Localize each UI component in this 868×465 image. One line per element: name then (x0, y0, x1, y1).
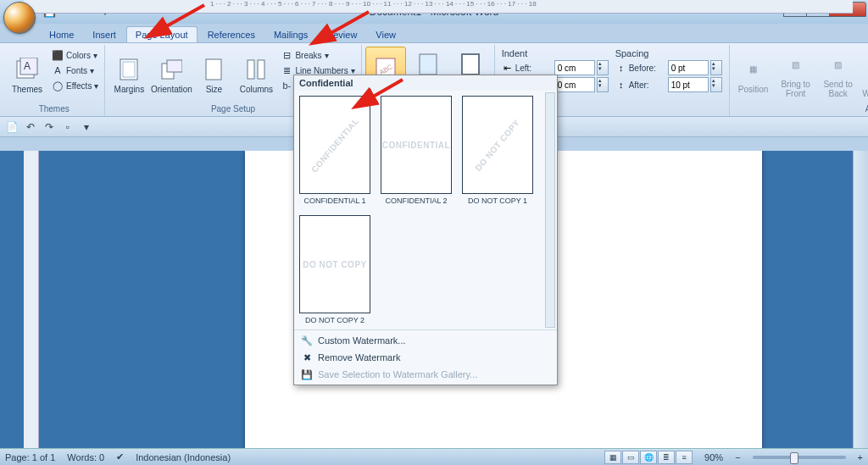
indent-left-icon: ⇤ (502, 62, 514, 74)
send-back-icon: ▨ (825, 51, 852, 78)
text-wrapping-button[interactable]: ▤Text Wrapping (860, 47, 868, 102)
colors-icon: ⬛ (52, 49, 64, 61)
line-numbers-icon: ≣ (281, 64, 292, 76)
status-zoom[interactable]: 90% (704, 452, 723, 462)
status-language[interactable]: Indonesian (Indonesia) (136, 452, 231, 462)
group-themes: A Themes ⬛Colors ▾ AFonts ▾ ◯Effects ▾ T… (3, 45, 105, 116)
preset-confidential-1[interactable]: CONFIDENTIAL CONFIDENTIAL 1 (299, 96, 370, 205)
position-icon: ▦ (740, 56, 767, 83)
group-arrange: ▦Position ▧Bring to Front ▨Send to Back … (730, 45, 868, 116)
svg-line-15 (326, 12, 369, 36)
remove-watermark-menu[interactable]: ✖Remove Watermark (294, 349, 557, 366)
vertical-scrollbar[interactable] (853, 151, 868, 448)
bring-to-front-button[interactable]: ▧Bring to Front (776, 47, 816, 102)
sec-redo-icon[interactable]: ↷ (42, 120, 56, 134)
view-full-screen[interactable]: ▭ (622, 451, 639, 464)
view-web-layout[interactable]: 🌐 (640, 451, 657, 464)
svg-rect-9 (258, 60, 264, 79)
effects-icon: ◯ (52, 80, 64, 91)
preset-do-not-copy-1[interactable]: DO NOT COPY DO NOT COPY 1 (462, 96, 533, 205)
theme-effects-button[interactable]: ◯Effects ▾ (49, 79, 101, 92)
columns-icon (242, 56, 270, 83)
annotation-arrow-tab (158, 3, 209, 41)
watermark-gallery: Confidential CONFIDENTIAL CONFIDENTIAL 1… (293, 75, 558, 385)
svg-rect-7 (206, 59, 221, 80)
theme-fonts-button[interactable]: AFonts ▾ (49, 64, 101, 77)
save-selection-menu: 💾Save Selection to Watermark Gallery... (294, 366, 557, 383)
tab-references[interactable]: References (199, 27, 264, 42)
view-draft[interactable]: ≡ (676, 451, 693, 464)
columns-button[interactable]: Columns (236, 47, 276, 102)
spacing-label: Spacing (615, 48, 722, 58)
breaks-icon: ⊟ (281, 49, 292, 61)
themes-button[interactable]: A Themes (7, 47, 47, 102)
svg-rect-13 (462, 54, 479, 75)
orientation-button[interactable]: Orientation (151, 47, 192, 102)
spacing-after-spinner[interactable]: ▲▼ (710, 77, 722, 92)
sec-chevron-icon[interactable]: ▾ (80, 120, 93, 134)
custom-watermark-icon: 🔧 (301, 335, 313, 346)
indent-left-input[interactable] (554, 60, 595, 75)
indent-right-spinner[interactable]: ▲▼ (597, 77, 609, 92)
annotation-arrow-preset (364, 78, 407, 115)
hyphenation-icon: b- (281, 80, 292, 91)
zoom-out-button[interactable]: − (735, 452, 740, 462)
group-label-themes: Themes (7, 103, 101, 114)
annotation-arrow-watermark (322, 10, 373, 47)
sec-undo-icon[interactable]: ↶ (24, 120, 37, 134)
horizontal-ruler[interactable]: 1 · · · 2 · · · 3 · · · 4 · · · 5 · · · … (24, 0, 853, 14)
custom-watermark-menu[interactable]: 🔧Custom Watermark... (294, 332, 557, 349)
spacing-before-input[interactable] (668, 60, 709, 75)
themes-icon: A (14, 56, 41, 83)
indent-right-input[interactable] (554, 77, 595, 92)
size-icon (200, 56, 227, 83)
bring-front-icon: ▧ (782, 51, 810, 78)
margins-button[interactable]: Margins (108, 47, 149, 102)
position-button[interactable]: ▦Position (733, 47, 774, 102)
remove-watermark-icon: ✖ (301, 352, 313, 363)
word-doc-icon[interactable]: 📄 (5, 120, 19, 134)
margins-icon (115, 56, 142, 83)
spacing-before-spinner[interactable]: ▲▼ (710, 60, 722, 75)
gallery-scrollbar[interactable] (545, 92, 555, 328)
spacing-before-icon: ↕ (615, 62, 627, 74)
spacing-after-input[interactable] (668, 77, 709, 92)
zoom-slider[interactable] (753, 456, 846, 459)
view-print-layout[interactable]: ▦ (604, 451, 621, 464)
indent-left-spinner[interactable]: ▲▼ (597, 60, 609, 75)
orientation-icon (158, 56, 185, 83)
tab-mailings[interactable]: Mailings (265, 27, 316, 42)
view-outline[interactable]: ≣ (658, 451, 675, 464)
preset-do-not-copy-2[interactable]: DO NOT COPY DO NOT COPY 2 (299, 215, 370, 324)
group-label-arrange: Arrange (733, 103, 868, 114)
status-words[interactable]: Words: 0 (67, 452, 104, 462)
statusbar: Page: 1 of 1 Words: 0 ✔ Indonesian (Indo… (0, 448, 868, 465)
indent-label: Indent (502, 48, 609, 58)
tab-home[interactable]: Home (41, 27, 82, 42)
svg-rect-6 (167, 60, 182, 72)
sec-new-icon[interactable]: ▫ (61, 120, 75, 134)
send-to-back-button[interactable]: ▨Send to Back (818, 47, 859, 102)
vertical-ruler[interactable] (24, 151, 39, 448)
theme-colors-button[interactable]: ⬛Colors ▾ (49, 48, 101, 62)
size-button[interactable]: Size (193, 47, 234, 102)
office-button[interactable] (3, 2, 36, 34)
svg-line-16 (369, 80, 403, 99)
svg-rect-12 (420, 54, 437, 75)
zoom-in-button[interactable]: + (858, 452, 863, 462)
breaks-button[interactable]: ⊟Breaks ▾ (278, 48, 357, 62)
status-proofing-icon[interactable]: ✔ (116, 451, 124, 462)
status-page[interactable]: Page: 1 of 1 (5, 452, 55, 462)
svg-line-14 (162, 5, 204, 29)
svg-rect-8 (248, 60, 254, 79)
save-selection-icon: 💾 (301, 368, 313, 380)
fonts-icon: A (52, 64, 64, 76)
gallery-section-header: Confidential (294, 75, 557, 91)
ribbon-tabs: Home Insert Page Layout References Maili… (0, 24, 868, 42)
spacing-after-icon: ↕ (615, 79, 627, 91)
left-gutter (0, 151, 24, 448)
svg-text:A: A (24, 60, 31, 72)
tab-insert[interactable]: Insert (84, 27, 125, 42)
